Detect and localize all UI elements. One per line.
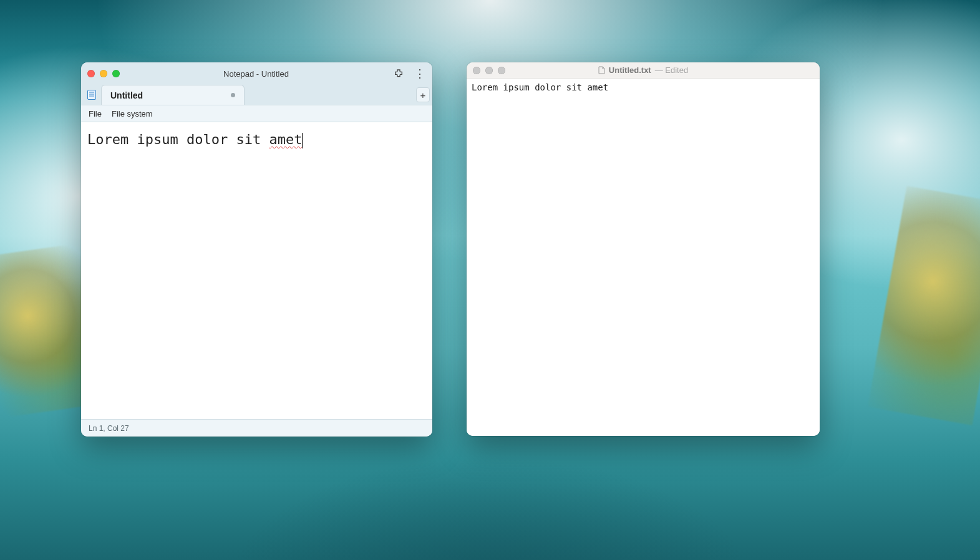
new-tab-button[interactable]: + bbox=[416, 87, 430, 102]
document-icon bbox=[598, 66, 605, 74]
desktop-background: Notepad - Untitled ⋮ bbox=[0, 0, 980, 560]
textedit-text-editor[interactable]: Lorem ipsum dolor sit amet bbox=[467, 79, 820, 436]
editor-text-spellerror: amet bbox=[269, 132, 302, 147]
menu-file[interactable]: File bbox=[89, 109, 102, 118]
decorative-foliage-right bbox=[868, 186, 980, 425]
kebab-icon: ⋮ bbox=[414, 68, 425, 79]
more-menu-button[interactable]: ⋮ bbox=[414, 67, 426, 80]
menu-file-system[interactable]: File system bbox=[112, 109, 153, 118]
notepad-tabstrip: Untitled + bbox=[81, 85, 432, 105]
plus-icon: + bbox=[420, 90, 426, 100]
window-controls bbox=[87, 70, 120, 77]
tab-label: Untitled bbox=[110, 90, 143, 100]
close-window-button[interactable] bbox=[473, 67, 480, 74]
cursor-position: Ln 1, Col 27 bbox=[89, 424, 129, 433]
textedit-title: Untitled.txt — Edited bbox=[510, 65, 776, 75]
extensions-icon[interactable] bbox=[392, 67, 405, 80]
window-controls bbox=[473, 67, 505, 74]
minimize-window-button[interactable] bbox=[485, 67, 493, 74]
notepad-statusbar: Ln 1, Col 27 bbox=[81, 419, 432, 437]
titlebar-actions: ⋮ bbox=[392, 67, 426, 80]
textedit-filename: Untitled.txt bbox=[609, 65, 651, 75]
svg-rect-0 bbox=[88, 90, 96, 100]
notepad-app-icon bbox=[85, 85, 99, 105]
zoom-window-button[interactable] bbox=[112, 70, 120, 77]
textedit-titlebar[interactable]: Untitled.txt — Edited bbox=[467, 62, 820, 79]
notepad-window-title: Notepad - Untitled bbox=[125, 69, 387, 79]
notepad-titlebar[interactable]: Notepad - Untitled ⋮ bbox=[81, 62, 432, 85]
editor-text: Lorem ipsum dolor sit amet bbox=[472, 82, 608, 92]
zoom-window-button[interactable] bbox=[498, 67, 505, 74]
notepad-tab-untitled[interactable]: Untitled bbox=[101, 85, 245, 105]
notepad-window: Notepad - Untitled ⋮ bbox=[81, 62, 432, 437]
editor-text: Lorem ipsum dolor sit bbox=[87, 132, 269, 147]
notepad-text-editor[interactable]: Lorem ipsum dolor sit amet bbox=[81, 122, 432, 419]
notepad-menubar: File File system bbox=[81, 105, 432, 122]
textedit-window: Untitled.txt — Edited Lorem ipsum dolor … bbox=[467, 62, 820, 436]
minimize-window-button[interactable] bbox=[100, 70, 107, 77]
text-caret-icon bbox=[302, 133, 303, 148]
unsaved-indicator-icon bbox=[231, 93, 235, 97]
close-window-button[interactable] bbox=[87, 70, 95, 77]
textedit-edited-flag: — Edited bbox=[655, 65, 688, 75]
